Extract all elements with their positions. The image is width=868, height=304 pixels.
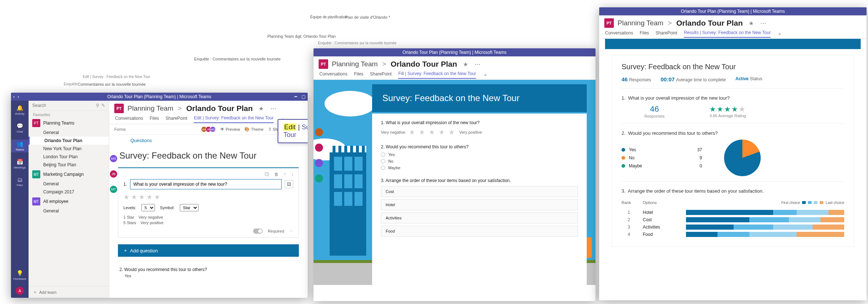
sidebar-ch-general-3[interactable]: General xyxy=(29,207,109,215)
team-name[interactable]: Planning Team xyxy=(617,19,663,27)
levels-select[interactable]: 5 xyxy=(141,204,155,211)
maximize-icon[interactable]: ▢ xyxy=(301,94,305,99)
radio-yes[interactable]: Yes xyxy=(381,152,578,157)
rail-files[interactable]: 🗂Files xyxy=(11,175,29,188)
tab-results-survey[interactable]: Results | Survey: Feedback on the New To… xyxy=(684,30,771,38)
minimize-icon[interactable]: ━ xyxy=(294,94,297,99)
theme-button[interactable]: 🎨Theme xyxy=(244,127,263,132)
subtab-questions[interactable]: Questions xyxy=(130,138,152,145)
survey-title[interactable]: Survey: Feedback on the New Tour xyxy=(109,145,308,164)
rank-item[interactable]: Food xyxy=(381,226,578,237)
rail-teams-label: Teams xyxy=(15,148,24,151)
filter-icon[interactable]: ⚲ xyxy=(96,103,99,108)
group-badge: MT xyxy=(32,170,40,178)
copy-icon[interactable]: ⿻ xyxy=(265,172,269,177)
q-more-icon[interactable]: ⋯ xyxy=(289,229,293,234)
sidebar-ch-newyork[interactable]: New York Tour Plan xyxy=(29,145,109,153)
avatar[interactable]: MT xyxy=(110,186,117,193)
avatar[interactable] xyxy=(315,174,323,182)
compose-icon[interactable]: ✎ xyxy=(101,103,105,108)
star-icon[interactable]: ★ xyxy=(259,105,264,112)
tab-callout: Edit | Survey: Feedback on the New Tour xyxy=(278,119,308,143)
search-input[interactable] xyxy=(32,103,94,108)
avatar[interactable]: JB xyxy=(110,170,117,178)
more-icon[interactable]: ⋯ xyxy=(475,61,481,68)
tab-edit-survey[interactable]: Edit | Survey: Feedback on the New Tour xyxy=(194,115,274,123)
avatar[interactable] xyxy=(315,159,323,167)
rail-activity[interactable]: 🔔Activity xyxy=(11,104,29,116)
moveup-icon[interactable]: ↑ xyxy=(284,172,286,177)
radio-no[interactable]: No xyxy=(381,159,578,163)
rank-item[interactable]: Cost xyxy=(381,186,578,197)
team-name[interactable]: Planning Team xyxy=(127,104,173,112)
legend-label: Maybe xyxy=(629,163,696,168)
more-icon[interactable]: ⋯ xyxy=(270,105,277,112)
sidebar-group-allemployee[interactable]: MT All employee xyxy=(29,196,109,207)
add-tab-icon[interactable]: ＋ xyxy=(483,72,488,78)
titlebar: ‹ › Orlando Tour Plan (Planning Team) | … xyxy=(11,93,308,101)
sidebar-ch-beijing[interactable]: Beijing Tour Plan xyxy=(29,161,109,169)
sidebar-ch-orlando[interactable]: Orlando Tour Plan xyxy=(29,137,109,145)
rq1-num: 1. xyxy=(622,95,626,101)
tab-conversations[interactable]: Conversations xyxy=(605,30,633,37)
tab-conversations[interactable]: Conversations xyxy=(319,71,348,78)
sidebar-ch-general-2[interactable]: General xyxy=(29,180,109,188)
rank-number: 1 xyxy=(622,210,636,215)
channel-name: Orlando Tour Plan xyxy=(676,19,743,27)
image-icon[interactable]: 🖼 xyxy=(285,180,293,188)
avatar[interactable]: MS xyxy=(210,126,216,132)
window-shape xyxy=(334,192,342,206)
rank-item[interactable]: Activities xyxy=(381,212,578,223)
add-tab-icon[interactable]: ＋ xyxy=(777,31,782,37)
back-icon[interactable]: ‹ xyxy=(13,94,15,99)
symbol-select[interactable]: Star xyxy=(180,204,199,211)
delete-icon[interactable]: 🗑 xyxy=(274,172,279,177)
metrics-row: 46Responses 00:07Average time to complet… xyxy=(622,76,844,89)
forward-icon[interactable]: › xyxy=(18,94,19,99)
rail-chat[interactable]: 💬Chat xyxy=(11,122,29,134)
sidebar-search[interactable]: ⚲ ✎ xyxy=(29,101,109,111)
radio-label: Maybe xyxy=(388,166,400,170)
rail-teams[interactable]: 👥Teams xyxy=(11,140,29,152)
more-icon[interactable]: ⋯ xyxy=(760,20,767,27)
low-label-val[interactable]: Very negative xyxy=(138,215,163,219)
sidebar-ch-campaign[interactable]: Compaign 2017 xyxy=(29,188,109,196)
rating-stars[interactable]: ★ ★ ★ ★ ★ xyxy=(409,128,456,136)
sidebar-ch-london[interactable]: London Tour Plan xyxy=(29,153,109,161)
star-icon[interactable]: ★ xyxy=(463,61,468,68)
tab-files[interactable]: Files xyxy=(354,71,363,78)
movedown-icon[interactable]: ↓ xyxy=(291,172,293,177)
tab-files[interactable]: Files xyxy=(640,30,649,37)
rail-meetings[interactable]: 📅Meetings xyxy=(11,157,29,170)
tab-conversations[interactable]: Conversations xyxy=(115,116,143,123)
window-title: Orlando Tour Plan (Planning Team) | Micr… xyxy=(681,9,785,14)
tab-fill-survey[interactable]: Fill | Survey: Feedback on the New Tour xyxy=(398,71,476,79)
sidebar-group-planning[interactable]: PT Planning Teams xyxy=(29,118,109,129)
tab-sharepoint[interactable]: SharePoint xyxy=(166,116,187,123)
required-toggle[interactable] xyxy=(253,229,263,234)
radio-maybe[interactable]: Maybe xyxy=(381,166,578,170)
tab-sharepoint[interactable]: SharePoint xyxy=(370,71,392,78)
tab-files[interactable]: Files xyxy=(150,116,159,123)
sidebar-group-marketing[interactable]: MT Marketing Campaign xyxy=(29,169,109,180)
high-label-val[interactable]: Very positive xyxy=(141,220,163,225)
resp-label: Responses xyxy=(629,77,651,82)
rail-avatar[interactable]: A xyxy=(16,287,24,295)
avatar[interactable] xyxy=(315,128,323,136)
preview-button[interactable]: 👁Preview xyxy=(220,127,240,132)
rank-bar xyxy=(686,225,844,230)
avatar[interactable]: MS xyxy=(110,155,117,162)
eye-icon: 👁 xyxy=(220,127,225,132)
sidebar-ch-general-1[interactable]: General xyxy=(29,129,109,137)
tab-sharepoint[interactable]: SharePoint xyxy=(656,30,677,37)
add-question-button[interactable]: ＋ Add question xyxy=(118,244,299,257)
rail-feedback[interactable]: 💡Feedback xyxy=(11,269,29,282)
star-icon[interactable]: ★ xyxy=(749,20,754,27)
team-name[interactable]: Planning Team xyxy=(332,60,378,68)
question-input[interactable] xyxy=(130,179,282,189)
rank-item[interactable]: Hotel xyxy=(381,199,578,210)
bell-icon: 🔔 xyxy=(16,105,23,111)
add-team-button[interactable]: ＋ Add team xyxy=(29,286,109,298)
avatar[interactable] xyxy=(315,144,323,152)
results-title: Survey: Feedback on the New Tour xyxy=(622,63,844,71)
